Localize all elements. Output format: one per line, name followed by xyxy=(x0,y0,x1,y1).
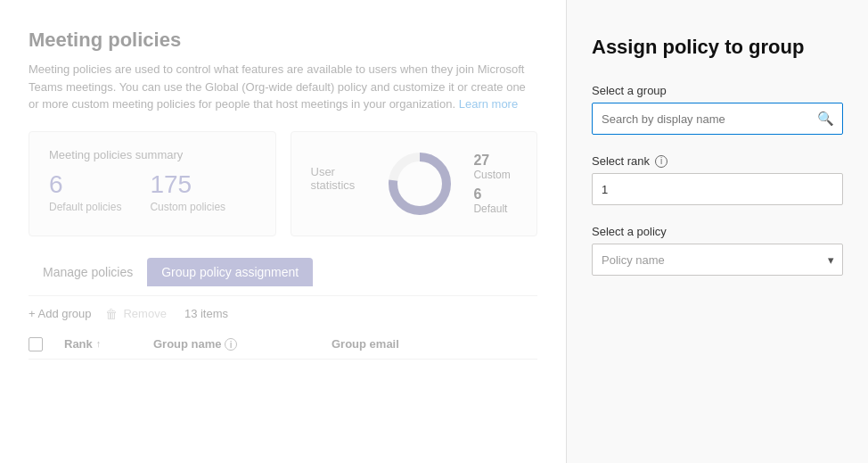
user-stats-card: User statistics 27 Custom 6 Default xyxy=(291,131,538,236)
tabs-row: Manage policies Group policy assignment xyxy=(29,258,537,286)
add-group-label: + Add group xyxy=(29,307,91,320)
user-stats-title: User statistics xyxy=(311,165,367,192)
custom-count: 175 xyxy=(150,172,225,197)
rank-info-icon[interactable]: i xyxy=(655,155,667,168)
select-policy-group: Select a policy Policy name ▾ xyxy=(592,225,843,276)
donut-chart xyxy=(384,148,455,219)
remove-label: Remove xyxy=(123,307,166,320)
policies-summary-title: Meeting policies summary xyxy=(49,148,256,161)
default-users-value: 6 xyxy=(473,186,481,202)
default-stat: 6 Default policies xyxy=(49,172,121,213)
legend-default: 6 Default xyxy=(473,186,517,215)
page-title: Meeting policies xyxy=(29,29,537,52)
col-group-name-header: Group name i xyxy=(153,337,332,352)
add-group-button[interactable]: + Add group xyxy=(29,307,91,320)
main-panel: Meeting policies Meeting policies are us… xyxy=(0,0,566,463)
custom-users-label: Custom xyxy=(473,169,510,181)
right-panel: Assign policy to group Select a group 🔍 … xyxy=(566,0,868,463)
group-name-col-label: Group name xyxy=(153,337,222,351)
rank-col-label: Rank xyxy=(64,337,93,351)
search-group-input[interactable] xyxy=(592,103,843,135)
default-label: Default policies xyxy=(49,201,121,213)
policy-select[interactable]: Policy name xyxy=(592,244,843,276)
trash-icon: 🗑 xyxy=(105,307,118,321)
select-group-label: Select a group xyxy=(592,84,843,97)
col-rank-header: Rank ↑ xyxy=(64,337,153,352)
table-header: Rank ↑ Group name i Group email xyxy=(29,330,537,360)
search-group-wrapper: 🔍 xyxy=(592,103,843,135)
sort-icon: ↑ xyxy=(96,338,102,349)
default-count: 6 xyxy=(49,172,121,197)
select-policy-label: Select a policy xyxy=(592,225,843,238)
summary-cards: Meeting policies summary 6 Default polic… xyxy=(29,131,537,236)
stats-legend: 27 Custom 6 Default xyxy=(473,153,517,215)
description-text: Meeting policies are used to control wha… xyxy=(29,62,526,111)
legend-custom: 27 Custom xyxy=(473,153,517,181)
tab-group-policy-assignment[interactable]: Group policy assignment xyxy=(147,258,313,286)
tab-manage-policies[interactable]: Manage policies xyxy=(29,258,147,286)
select-rank-label: Select rank i xyxy=(592,154,843,168)
col-group-email-header: Group email xyxy=(332,337,537,352)
select-rank-group: Select rank i xyxy=(592,154,843,205)
default-users-label: Default xyxy=(473,203,507,215)
items-count: 13 items xyxy=(184,307,228,320)
panel-title: Assign policy to group xyxy=(592,36,843,59)
policies-stats: 6 Default policies 175 Custom policies xyxy=(49,172,256,213)
group-name-info-icon[interactable]: i xyxy=(225,338,237,351)
policies-summary-card: Meeting policies summary 6 Default polic… xyxy=(29,131,276,236)
page-description: Meeting policies are used to control wha… xyxy=(29,61,537,113)
custom-label: Custom policies xyxy=(150,201,225,213)
group-email-col-label: Group email xyxy=(332,337,399,351)
toolbar: + Add group 🗑 Remove 13 items xyxy=(29,295,537,330)
custom-users-value: 27 xyxy=(473,153,489,168)
learn-more-link[interactable]: Learn more xyxy=(459,97,518,111)
custom-stat: 175 Custom policies xyxy=(150,172,225,213)
remove-button[interactable]: 🗑 Remove xyxy=(105,307,166,321)
rank-input[interactable] xyxy=(592,173,843,205)
select-group-group: Select a group 🔍 xyxy=(592,84,843,135)
policy-select-wrapper: Policy name ▾ xyxy=(592,244,843,276)
col-check-header xyxy=(29,337,64,352)
